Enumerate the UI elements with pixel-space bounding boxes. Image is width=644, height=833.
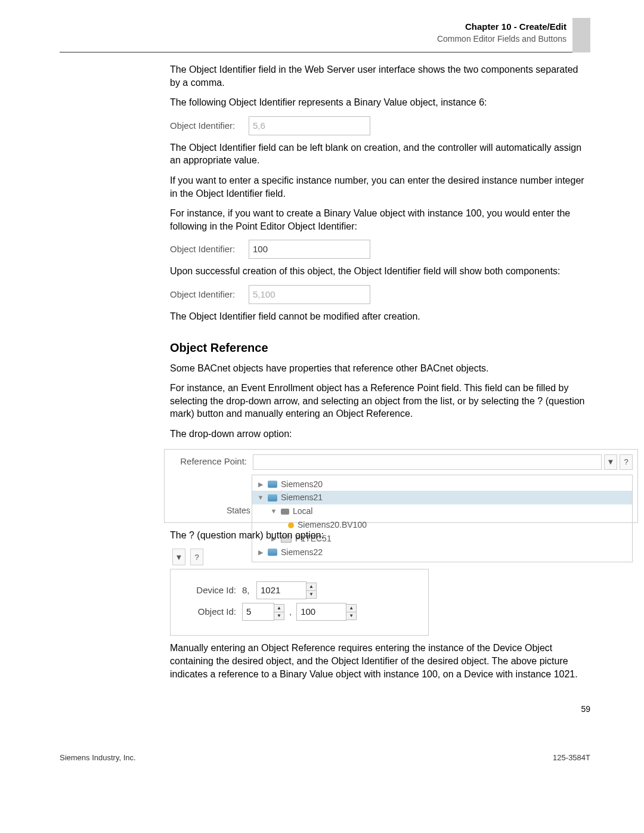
device-icon	[268, 481, 277, 488]
body-paragraph: The drop-down arrow option:	[170, 428, 590, 441]
chevron-down-icon: ▼	[274, 612, 284, 620]
chevron-up-icon: ▲	[346, 605, 356, 612]
object-identifier-example-3: Object Identifier: 5,100	[170, 285, 590, 304]
chevron-down-icon	[257, 493, 264, 502]
number-stepper[interactable]: ▲ ▼	[346, 604, 357, 620]
tree-node-label: Siemens21	[281, 492, 323, 503]
tree-node-label: Local	[293, 506, 312, 517]
body-paragraph: For instance, if you want to create a Bi…	[170, 207, 590, 233]
object-identifier-label: Object Identifier:	[170, 243, 249, 255]
device-icon	[268, 494, 277, 501]
body-paragraph: Some BACnet objects have properties that…	[170, 362, 590, 375]
tree-node-label: Siemens22	[281, 547, 323, 558]
question-mark-button[interactable]: ?	[620, 454, 633, 470]
chevron-down-icon: ▼	[175, 552, 183, 563]
object-identifier-field-readonly: 5,6	[249, 116, 370, 135]
question-mark-panel-example: ▼ ? Device Id: 8, 1021 ▲ ▼ Object Id: 5	[170, 549, 590, 636]
content-column: The Object Identifier field in the Web S…	[170, 63, 590, 680]
object-identifier-example-2: Object Identifier: 100	[170, 240, 590, 259]
reference-point-label: Reference Point:	[169, 456, 253, 467]
object-id-label: Object Id:	[182, 606, 242, 618]
device-id-label: Device Id:	[182, 584, 242, 596]
chevron-down-icon: ▼	[306, 590, 316, 598]
chapter-title: Chapter 10 - Create/Edit	[60, 21, 566, 32]
header-rule	[60, 52, 590, 52]
point-icon	[288, 522, 294, 528]
tree-node-local[interactable]: Local	[252, 504, 632, 518]
object-identifier-label: Object Identifier:	[170, 289, 249, 301]
body-paragraph: The Object Identifier field cannot be mo…	[170, 310, 590, 323]
page-header: Chapter 10 - Create/Edit Common Editor F…	[60, 18, 590, 44]
object-identifier-label: Object Identifier:	[170, 120, 249, 132]
page-number: 59	[60, 704, 590, 714]
body-paragraph: Manually entering an Object Reference re…	[170, 642, 590, 680]
reference-point-dropdown-example: Reference Point: ▼ ? Siemens20 Siemens21	[164, 449, 638, 523]
chevron-up-icon: ▲	[274, 605, 284, 612]
chevron-right-icon	[257, 548, 264, 557]
object-reference-manual-panel: Device Id: 8, 1021 ▲ ▼ Object Id: 5 ▲ ▼	[170, 569, 429, 636]
value-separator: ,	[284, 606, 296, 618]
number-stepper[interactable]: ▲ ▼	[274, 604, 284, 620]
states-label: States	[227, 505, 250, 516]
body-paragraph: The ? (question mark) button option:	[170, 529, 590, 542]
page-footer: Siemens Industry, Inc. 125-3584T	[60, 750, 590, 762]
chevron-up-icon: ▲	[306, 583, 316, 590]
header-accent-block	[572, 18, 590, 52]
footer-left: Siemens Industry, Inc.	[60, 753, 136, 762]
body-paragraph: If you want to enter a specific instance…	[170, 174, 590, 200]
chevron-right-icon	[257, 480, 264, 489]
reference-point-field[interactable]	[253, 454, 602, 470]
object-identifier-field-readonly: 5,100	[249, 285, 370, 304]
body-paragraph: The following Object Identifier represen…	[170, 96, 590, 109]
footer-right: 125-3584T	[553, 753, 590, 762]
chapter-subtitle: Common Editor Fields and Buttons	[60, 34, 566, 44]
chevron-down-icon	[270, 507, 277, 516]
device-instance-input[interactable]: 1021	[256, 581, 306, 599]
body-paragraph: Upon successful creation of this object,…	[170, 265, 590, 278]
tree-node-device-selected[interactable]: Siemens21	[252, 491, 632, 504]
question-mark-button[interactable]: ?	[190, 549, 203, 565]
chevron-down-icon: ▼	[346, 612, 356, 620]
device-id-prefix: 8,	[242, 584, 256, 596]
object-instance-input[interactable]: 100	[296, 603, 346, 621]
tree-node-device[interactable]: Siemens20	[252, 478, 632, 491]
object-type-input[interactable]: 5	[242, 603, 274, 621]
chevron-down-icon: ▼	[607, 457, 615, 467]
object-identifier-example-1: Object Identifier: 5,6	[170, 116, 590, 135]
dropdown-arrow-button[interactable]: ▼	[604, 454, 617, 470]
tree-node-label: Siemens20	[281, 479, 323, 490]
body-paragraph: The Object Identifier field in the Web S…	[170, 63, 590, 89]
local-icon	[281, 509, 289, 515]
body-paragraph: The Object Identifier field can be left …	[170, 141, 590, 167]
object-identifier-field-editable[interactable]: 100	[249, 240, 370, 259]
dropdown-arrow-button[interactable]: ▼	[172, 549, 185, 565]
body-paragraph: For instance, an Event Enrollment object…	[170, 382, 590, 420]
number-stepper[interactable]: ▲ ▼	[306, 583, 317, 599]
section-heading-object-reference: Object Reference	[170, 340, 590, 356]
device-icon	[268, 549, 277, 556]
